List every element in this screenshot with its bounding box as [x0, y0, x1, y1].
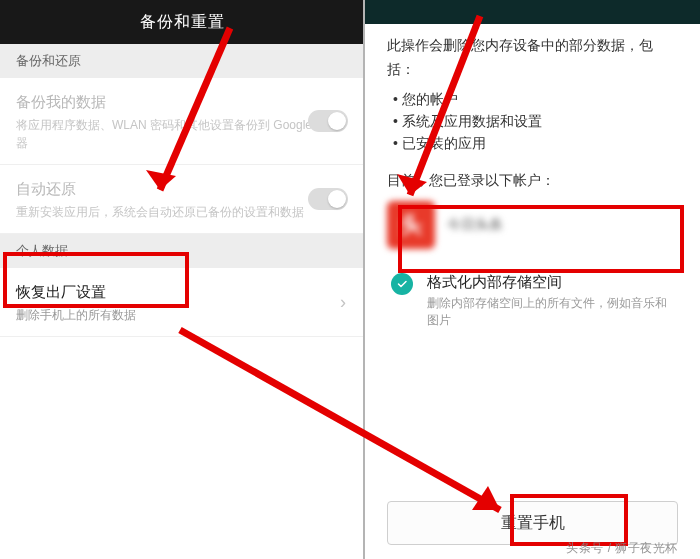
account-name: 今日头条 [447, 213, 503, 237]
left-title-bar: 备份和重置 [0, 0, 364, 44]
toggle-backup[interactable] [308, 110, 348, 132]
left-screen: 备份和重置 备份和还原 备份我的数据 将应用程序数据、WLAN 密码和其他设置备… [0, 0, 364, 559]
section-backup-label: 备份和还原 [16, 52, 81, 70]
row-autorestore-title: 自动还原 [16, 177, 348, 201]
chevron-right-icon: › [340, 292, 346, 313]
row-autorestore-subtitle: 重新安装应用后，系统会自动还原已备份的设置和数据 [16, 203, 348, 221]
row-auto-restore[interactable]: 自动还原 重新安装应用后，系统会自动还原已备份的设置和数据 [0, 165, 364, 234]
bullet-system-data: 系统及应用数据和设置 [393, 110, 678, 132]
option-format-internal[interactable]: 格式化内部存储空间 删除内部存储空间上的所有文件，例如音乐和图片 [387, 265, 678, 336]
format-subtitle: 删除内部存储空间上的所有文件，例如音乐和图片 [427, 295, 674, 330]
section-backup-restore: 备份和还原 [0, 44, 364, 78]
logged-in-label: 目前，您已登录以下帐户： [387, 169, 678, 193]
row-backup-title: 备份我的数据 [16, 90, 348, 114]
right-status-bar [365, 0, 700, 24]
section-personal-label: 个人数据 [16, 242, 68, 260]
bullet-installed-apps: 已安装的应用 [393, 132, 678, 154]
row-backup-subtitle: 将应用程序数据、WLAN 密码和其他设置备份到 Google 服务器 [16, 116, 348, 152]
row-factory-reset[interactable]: 恢复出厂设置 删除手机上的所有数据 › [0, 268, 364, 337]
factory-reset-subtitle: 删除手机上的所有数据 [16, 306, 348, 324]
bullet-account: 您的帐户 [393, 88, 678, 110]
left-title: 备份和重置 [140, 12, 225, 33]
format-title: 格式化内部存储空间 [427, 271, 674, 292]
section-personal-data: 个人数据 [0, 234, 364, 268]
toggle-autorestore[interactable] [308, 188, 348, 210]
intro-text: 此操作会删除您内存设备中的部分数据，包括： [387, 34, 678, 82]
factory-reset-title: 恢复出厂设置 [16, 280, 348, 304]
row-backup-my-data[interactable]: 备份我的数据 将应用程序数据、WLAN 密码和其他设置备份到 Google 服务… [0, 78, 364, 165]
account-row[interactable]: 头 今日头条 [387, 201, 678, 249]
reset-phone-label: 重置手机 [501, 513, 565, 534]
checkmark-icon [391, 273, 413, 295]
account-app-icon: 头 [387, 201, 435, 249]
reset-phone-button[interactable]: 重置手机 [387, 501, 678, 545]
right-screen: 此操作会删除您内存设备中的部分数据，包括： 您的帐户 系统及应用数据和设置 已安… [365, 0, 700, 559]
